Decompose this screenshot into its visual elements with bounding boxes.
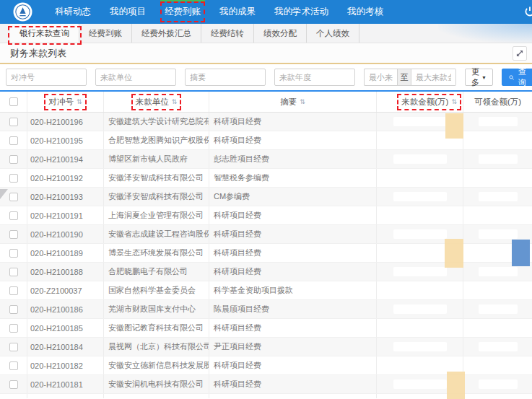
search-input-payer-unit[interactable] bbox=[95, 69, 176, 86]
topnav-item-3[interactable]: 经费到账 bbox=[165, 6, 201, 18]
redacted-receivable bbox=[479, 229, 518, 239]
column-header-summary[interactable]: 摘要⇅ bbox=[209, 92, 377, 112]
row-checkbox[interactable] bbox=[9, 343, 18, 351]
search-input-payment-year[interactable] bbox=[274, 69, 355, 86]
subnav-tab-5[interactable]: 绩效分配 bbox=[254, 24, 307, 43]
cell-receivable bbox=[463, 338, 532, 356]
select-all-checkbox[interactable] bbox=[9, 97, 18, 106]
table-row-6: 020-H2100191上海润夏企业管理有限公司科研项目经费 bbox=[0, 206, 532, 225]
subnav-tab-2[interactable]: 经费到账 bbox=[79, 24, 132, 43]
redacted-receivable bbox=[479, 342, 518, 351]
search-input-summary[interactable] bbox=[185, 69, 266, 86]
cell-payer-unit: 博望区新市镇人民政府 bbox=[104, 150, 209, 168]
cell-summary: 彭志胜项目经费 bbox=[209, 150, 377, 168]
power-icon[interactable] bbox=[524, 6, 532, 17]
redacted-amount bbox=[393, 248, 447, 258]
table-row-12: 020-H2100185安徽图记教育科技有限公司科研项目经费 bbox=[0, 319, 532, 338]
cell-offset-number: 020-H2100196 bbox=[27, 113, 104, 131]
cell-summary: 科研项目经费 bbox=[209, 225, 377, 243]
cell-payer-unit: 合肥智慧龙图腾知识产权股份有限公司 bbox=[104, 131, 209, 149]
redacted-receivable bbox=[479, 380, 518, 389]
column-header-offset-number[interactable]: 对冲号⇅ bbox=[27, 92, 104, 112]
row-checkbox[interactable] bbox=[9, 286, 18, 295]
cell-offset-number: 020-H2100189 bbox=[27, 244, 104, 262]
cell-offset-number: 020-Z2100037 bbox=[27, 281, 104, 299]
cell-select bbox=[0, 375, 27, 393]
expand-icon[interactable] bbox=[513, 46, 527, 61]
cell-amount bbox=[377, 319, 463, 337]
subnav-tab-4[interactable]: 经费结转 bbox=[201, 24, 254, 43]
row-checkbox[interactable] bbox=[9, 361, 18, 370]
cell-receivable bbox=[463, 131, 532, 149]
row-checkbox[interactable] bbox=[9, 136, 18, 145]
row-checkbox[interactable] bbox=[9, 155, 18, 164]
row-checkbox[interactable] bbox=[9, 118, 18, 126]
cell-payer-unit: 国家自然科学基金委员会 bbox=[104, 281, 209, 299]
topnav-item-1[interactable]: 科研动态 bbox=[55, 6, 91, 18]
row-checkbox[interactable] bbox=[9, 305, 18, 314]
redacted-amount bbox=[393, 117, 447, 126]
topnav-item-5[interactable]: 我的学术活动 bbox=[274, 6, 328, 18]
cell-offset-number: 020-H2100185 bbox=[27, 319, 104, 337]
cell-summary: 科研项目经费 bbox=[209, 356, 377, 374]
cell-payer-unit: 上海润夏企业管理有限公司 bbox=[104, 206, 209, 224]
table-row-14: 020-H2100182安徽安立德新信息科技发展股份公司科研项目经费 bbox=[0, 356, 532, 375]
cell-select bbox=[0, 300, 27, 318]
search-input-offset-number[interactable] bbox=[6, 69, 87, 86]
row-checkbox[interactable] bbox=[9, 174, 18, 183]
redacted-amount bbox=[393, 229, 447, 239]
search-bar: 至 更多 ▼ 查询 bbox=[0, 64, 532, 90]
cell-select bbox=[0, 225, 27, 243]
cell-select bbox=[0, 113, 27, 131]
column-header-payer-unit[interactable]: 来款单位⇅ bbox=[104, 92, 209, 112]
cell-receivable bbox=[463, 300, 532, 318]
table-row-15: 020-H2100181安徽安润机电科技有限公司科研项目经费 bbox=[0, 375, 532, 394]
cell-receivable bbox=[463, 150, 532, 168]
max-amount-input[interactable] bbox=[411, 69, 456, 86]
cell-amount bbox=[377, 300, 463, 318]
sort-icon[interactable]: ⇅ bbox=[451, 98, 457, 105]
redacted-receivable bbox=[479, 248, 518, 258]
redacted-receivable bbox=[479, 323, 518, 333]
redacted-amount bbox=[393, 136, 447, 145]
cell-summary: 科研项目经费 bbox=[209, 206, 377, 224]
cell-receivable bbox=[463, 225, 532, 243]
topnav-item-4[interactable]: 我的成果 bbox=[219, 6, 256, 18]
topnav-item-6[interactable]: 我的考核 bbox=[347, 6, 383, 18]
cell-payer-unit: 安徽安润机电科技有限公司 bbox=[104, 375, 209, 393]
cell-amount bbox=[377, 375, 463, 393]
min-amount-input[interactable] bbox=[364, 69, 397, 86]
row-checkbox[interactable] bbox=[9, 380, 18, 389]
query-button[interactable]: 查询 bbox=[502, 69, 532, 86]
cell-receivable bbox=[463, 244, 532, 262]
cell-amount bbox=[377, 113, 463, 131]
cell-summary: 科研项目经费 bbox=[209, 375, 377, 393]
cell-amount bbox=[377, 131, 463, 149]
sort-icon[interactable]: ⇅ bbox=[77, 98, 82, 105]
fold-corner-artifact bbox=[0, 189, 8, 199]
more-button[interactable]: 更多 ▼ bbox=[465, 69, 493, 86]
subnav-tab-6[interactable]: 个人绩效 bbox=[307, 24, 359, 43]
row-checkbox[interactable] bbox=[9, 211, 18, 220]
cell-offset-number: 020-H2100191 bbox=[27, 206, 104, 224]
subnav-tab-1[interactable]: 银行来款查询 bbox=[10, 24, 79, 43]
redacted-receivable bbox=[479, 286, 518, 295]
redacted-receivable bbox=[479, 211, 518, 220]
redacted-receivable bbox=[479, 136, 518, 145]
row-checkbox[interactable] bbox=[9, 193, 18, 201]
sort-icon[interactable]: ⇅ bbox=[300, 98, 305, 105]
sort-icon[interactable]: ⇅ bbox=[172, 98, 178, 105]
top-nav-bar: 科研动态我的项目经费到账我的成果我的学术活动我的考核 bbox=[0, 0, 532, 24]
redacted-amount bbox=[393, 154, 447, 164]
topnav-item-2[interactable]: 我的项目 bbox=[110, 6, 146, 18]
row-checkbox[interactable] bbox=[9, 268, 18, 276]
amount-range-group: 至 bbox=[364, 69, 456, 86]
redacted-receivable bbox=[479, 267, 518, 276]
cell-summary: 科研项目经费 bbox=[209, 113, 377, 131]
subnav-tab-3[interactable]: 经费外拨汇总 bbox=[132, 24, 201, 43]
row-checkbox[interactable] bbox=[9, 230, 18, 239]
row-checkbox[interactable] bbox=[9, 324, 18, 333]
row-checkbox[interactable] bbox=[9, 249, 18, 258]
redacted-amount bbox=[393, 173, 447, 183]
column-header-amount[interactable]: 来款金额(万)⇅ bbox=[377, 92, 463, 112]
